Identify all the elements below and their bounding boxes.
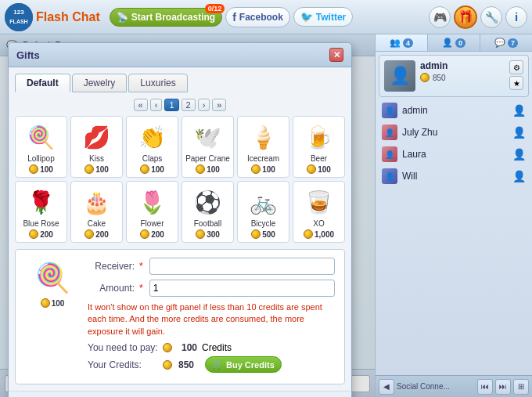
gift-item[interactable]: ⚽ Football 300 — [182, 181, 234, 243]
info-button[interactable]: i — [505, 6, 527, 28]
broadcasting-badge: 0/12 — [205, 4, 225, 13]
tab-luxuries[interactable]: Luxuries — [128, 74, 187, 92]
settings-button[interactable]: 🔧 — [480, 6, 502, 28]
start-broadcasting-button[interactable]: 📡 Start Broadcasting 0/12 — [110, 8, 222, 27]
user-name: Will — [402, 171, 508, 182]
gift-item[interactable]: 🕊️ Paper Crane 100 — [182, 116, 234, 178]
chat-area: 💬 Default R... Gifts ✕ Default Jewelry L… — [0, 34, 376, 397]
gift-name: XO — [313, 219, 324, 228]
modal-body: Default Jewelry Luxuries « ‹ 1 2 › » — [9, 67, 351, 391]
gift-icon: 🎁 — [458, 9, 473, 24]
gift-item[interactable]: 🚲 Bicycle 500 — [237, 181, 289, 243]
buy-credits-icon: 🛒 — [212, 359, 223, 370]
gift-price-value: 500 — [262, 230, 275, 239]
list-item[interactable]: 👤 July Zhu 👤 — [379, 122, 529, 143]
page-prev[interactable]: ‹ — [150, 99, 163, 111]
user-role-icon: 👤 — [512, 104, 526, 117]
messages-count: 7 — [508, 38, 518, 48]
social-label: Social Conne... — [397, 382, 475, 391]
gift-emoji: 🕊️ — [191, 120, 225, 154]
twitter-button[interactable]: 🐦 Twitter — [293, 7, 353, 27]
coin-icon — [84, 229, 94, 239]
gift-button[interactable]: 🎁 — [454, 5, 477, 29]
facebook-label: Facebook — [239, 12, 283, 23]
admin-star-btn[interactable]: ★ — [509, 76, 523, 90]
user-role-icon: 👤 — [512, 148, 526, 161]
modal-title: Gifts — [16, 49, 40, 61]
gift-item[interactable]: 🎂 Cake 200 — [70, 181, 123, 243]
tab-mods[interactable]: 👤 0 — [428, 34, 480, 51]
page-prev-double[interactable]: « — [134, 99, 148, 111]
gift-price-value: 200 — [40, 230, 53, 239]
gift-emoji: 👏 — [135, 120, 170, 154]
gift-price: 300 — [196, 229, 220, 239]
pagination: « ‹ 1 2 › » — [15, 99, 345, 111]
user-list: 👤 admin 850 ⚙ ★ 👤 — [376, 52, 532, 375]
gift-emoji: ⚽ — [191, 185, 225, 219]
logo: 123 FLASH Flash Chat — [5, 3, 100, 31]
coin-icon — [140, 229, 149, 239]
bottom-skip-prev-btn[interactable]: ⏮ — [477, 379, 493, 395]
modal-close-button[interactable]: ✕ — [329, 48, 343, 62]
gift-price: 100 — [29, 164, 53, 174]
facebook-button[interactable]: f Facebook — [225, 7, 290, 27]
list-item[interactable]: 👤 Laura 👤 — [379, 144, 529, 164]
page-next-double[interactable]: » — [212, 99, 226, 111]
pay-coin-icon — [163, 343, 172, 352]
receiver-input[interactable] — [149, 258, 335, 275]
modal-header: Gifts ✕ — [9, 43, 351, 67]
gift-form-preview: 🍭 100 — [25, 258, 80, 376]
toolbar: 123 FLASH Flash Chat 📡 Start Broadcastin… — [0, 0, 532, 34]
gift-emoji: 🍭 — [24, 120, 59, 154]
page-2[interactable]: 2 — [182, 99, 196, 111]
tab-default[interactable]: Default — [15, 74, 70, 92]
gift-item[interactable]: 💋 Kiss 100 — [70, 116, 123, 178]
gift-item[interactable]: 🍦 Icecream 100 — [237, 116, 289, 178]
users-icon: 👥 — [390, 38, 401, 48]
user-panel-tabs: 👥 4 👤 0 💬 7 — [376, 34, 532, 52]
gift-price-value: 200 — [95, 230, 109, 239]
avatar: 👤 — [382, 125, 397, 140]
list-item[interactable]: 👤 admin 👤 — [379, 100, 529, 121]
gift-price: 100 — [307, 164, 331, 174]
messages-icon: 💬 — [494, 38, 505, 48]
admin-card: 👤 admin 850 ⚙ ★ — [379, 55, 529, 97]
bottom-skip-next-btn[interactable]: ⏭ — [495, 379, 511, 395]
admin-actions: ⚙ ★ — [509, 60, 523, 90]
tab-users[interactable]: 👥 4 — [376, 34, 428, 51]
page-next[interactable]: › — [198, 99, 210, 111]
list-item[interactable]: 👤 Will 👤 — [379, 166, 529, 186]
gift-item[interactable]: 🍺 Beer 100 — [293, 116, 345, 178]
bottom-prev-btn[interactable]: ◀ — [379, 379, 394, 395]
bottom-maximize-btn[interactable]: ⊞ — [513, 379, 529, 395]
tab-messages[interactable]: 💬 7 — [480, 34, 532, 51]
admin-info: admin 850 — [420, 60, 505, 82]
avatar: 👤 — [382, 103, 397, 118]
admin-avatar: 👤 — [384, 60, 415, 92]
gift-item[interactable]: 🥃 XO 1,000 — [293, 181, 345, 243]
gift-item[interactable]: 👏 Claps 100 — [126, 116, 178, 178]
buy-credits-button[interactable]: 🛒 Buy Credits — [205, 356, 282, 373]
selected-gift-emoji: 🍭 — [35, 262, 70, 294]
tab-jewelry[interactable]: Jewelry — [72, 74, 128, 92]
gift-item[interactable]: 🌹 Blue Rose 200 — [15, 181, 67, 243]
gift-price-value: 1,000 — [315, 230, 334, 239]
gift-price: 200 — [29, 229, 53, 239]
gift-item[interactable]: 🌷 Flower 200 — [126, 181, 178, 243]
avatar: 👤 — [382, 146, 397, 162]
gamepad-button[interactable]: 🎮 — [429, 6, 451, 28]
gift-grid: 🍭 Lollipop 100 💋 Kiss 100 👏 Claps 100 🕊️… — [15, 116, 345, 243]
gift-price: 500 — [251, 229, 275, 239]
gift-price: 100 — [196, 164, 220, 174]
gift-item[interactable]: 🍭 Lollipop 100 — [15, 116, 67, 178]
gifts-modal: Gifts ✕ Default Jewelry Luxuries « ‹ 1 — [8, 42, 352, 397]
page-1[interactable]: 1 — [164, 99, 178, 111]
amount-input[interactable] — [149, 280, 335, 297]
logo-text: Flash Chat — [36, 10, 100, 24]
admin-settings-btn[interactable]: ⚙ — [509, 60, 523, 74]
twitter-label: Twitter — [316, 12, 346, 23]
mods-count: 0 — [455, 38, 466, 48]
gift-form-fields: Receiver: * Amount: * It won't show on t… — [88, 258, 335, 376]
gift-price-value: 100 — [151, 165, 164, 174]
gift-emoji: 🥃 — [302, 185, 336, 219]
